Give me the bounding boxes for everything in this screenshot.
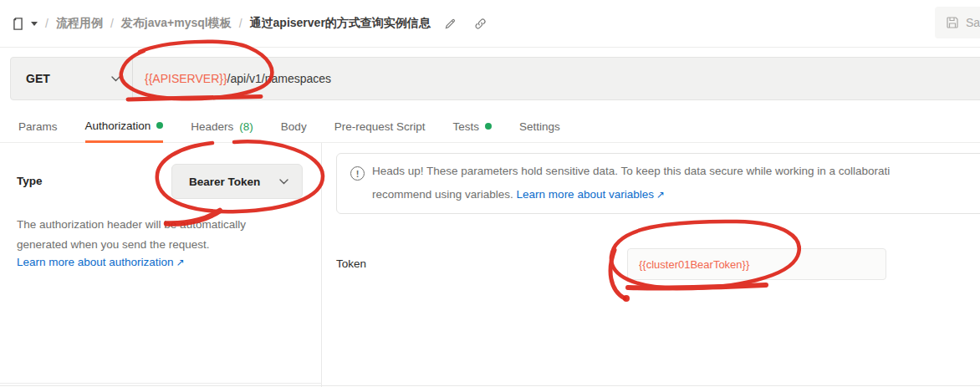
tab-body[interactable]: Body: [281, 110, 307, 142]
external-link-icon: ↗: [176, 257, 185, 268]
auth-type-value: Bearer Token: [189, 176, 260, 188]
breadcrumb-separator: /: [45, 17, 48, 30]
external-link-icon: ↗: [656, 189, 665, 201]
banner-line-2: recommend using variables. Learn more ab…: [372, 183, 980, 206]
save-button-label: Save: [966, 16, 980, 29]
auth-type-label: Type: [17, 164, 43, 199]
tab-settings[interactable]: Settings: [519, 110, 560, 142]
breadcrumb-item-collection[interactable]: 流程用例: [56, 16, 103, 31]
window-bottom-edge: [0, 385, 980, 386]
chevron-down-icon: [279, 179, 288, 185]
token-value-tail-end-blob: [623, 295, 630, 302]
breadcrumb-item-folder[interactable]: 发布java+mysql模板: [121, 16, 232, 31]
token-input[interactable]: [627, 248, 886, 280]
tab-params[interactable]: Params: [18, 110, 58, 142]
postman-request-view: / 流程用例 / 发布java+mysql模板 / 通过apiserver的方式…: [0, 0, 980, 387]
method-label: GET: [26, 72, 50, 85]
request-header: / 流程用例 / 发布java+mysql模板 / 通过apiserver的方式…: [0, 0, 980, 48]
breadcrumb-separator: /: [239, 17, 242, 30]
method-selector[interactable]: GET: [11, 58, 132, 99]
learn-more-variables-link[interactable]: Learn more about variables: [517, 188, 654, 201]
auth-learn-more-row: Learn more about authorization↗: [17, 256, 185, 268]
tab-headers[interactable]: Headers (8): [191, 110, 253, 142]
breadcrumb-separator: /: [110, 17, 114, 30]
url-input[interactable]: {{APISERVER}}/api/v1/namespaces: [133, 58, 980, 99]
headers-count-badge: (8): [239, 120, 253, 133]
request-tabs: Params Authorization Headers (8) Body Pr…: [0, 110, 980, 143]
breadcrumb: / 流程用例 / 发布java+mysql模板 / 通过apiserver的方式…: [11, 0, 487, 47]
edit-pencil-icon[interactable]: [444, 18, 457, 30]
token-label: Token: [336, 248, 366, 280]
token-value-underline-annotation: [628, 285, 766, 288]
warning-circle-icon: !: [350, 166, 365, 181]
auth-description: The authorization header will be automat…: [17, 215, 296, 254]
banner-line-1: Heads up! These parameters hold sensitiv…: [372, 160, 980, 183]
tab-pre-request-script[interactable]: Pre-request Script: [334, 110, 426, 142]
tab-tests[interactable]: Tests: [452, 110, 492, 142]
chevron-down-icon: [111, 76, 120, 82]
link-chain-icon[interactable]: [474, 18, 487, 30]
token-value-tail-annotation: [610, 250, 625, 298]
tab-authorization[interactable]: Authorization: [85, 110, 164, 143]
panel-bottom-divider: [0, 383, 322, 384]
url-variable: {{APISERVER}}: [145, 72, 227, 85]
caret-down-icon[interactable]: [31, 22, 38, 26]
green-dot-icon: [485, 123, 492, 130]
auth-type-select[interactable]: Bearer Token: [171, 164, 303, 199]
sensitive-data-banner: ! Heads up! These parameters hold sensit…: [336, 153, 980, 214]
breadcrumb-item-request-title: 通过apiserver的方式查询实例信息: [250, 16, 431, 31]
url-path: /api/v1/namespaces: [227, 72, 332, 85]
learn-more-authorization-link[interactable]: Learn more about authorization: [17, 256, 174, 268]
save-floppy-icon: [946, 16, 959, 29]
green-dot-icon: [156, 122, 163, 129]
banner-text: Heads up! These parameters hold sensitiv…: [372, 160, 980, 206]
request-file-icon[interactable]: [11, 17, 25, 31]
request-url-bar: GET {{APISERVER}}/api/v1/namespaces: [10, 57, 980, 100]
save-button[interactable]: Save: [935, 7, 980, 38]
